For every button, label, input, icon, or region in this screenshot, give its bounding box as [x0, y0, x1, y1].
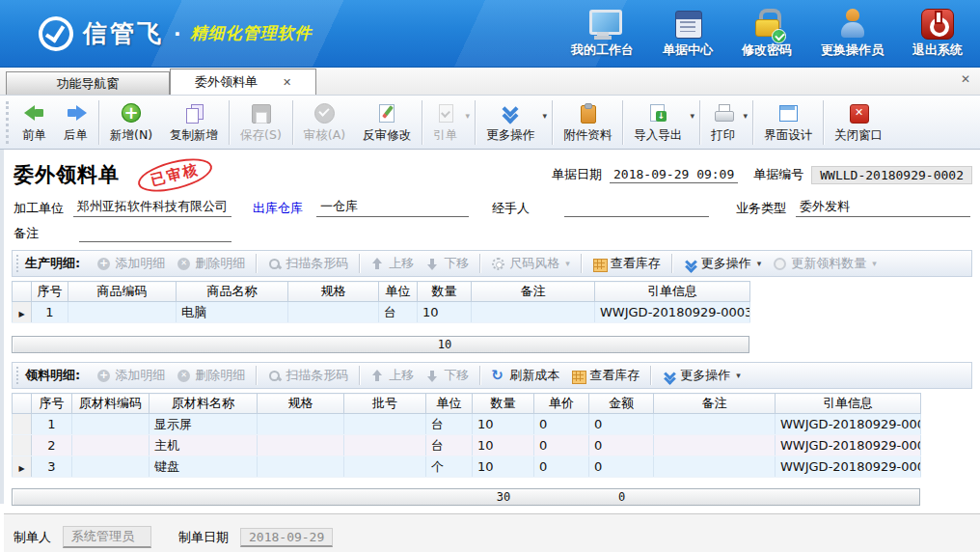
prev-doc-button[interactable]: 前单	[14, 98, 55, 147]
tab-close-icon[interactable]	[283, 76, 291, 89]
cell-seq[interactable]: 1	[32, 302, 68, 323]
row-selector-cell[interactable]	[13, 435, 32, 456]
production-more-button[interactable]: 更多操作	[678, 253, 767, 274]
cell-seq[interactable]: 1	[32, 414, 72, 435]
menu-document-center[interactable]: 单据中心	[663, 9, 713, 59]
cell-product-code[interactable]	[68, 302, 177, 323]
column-header[interactable]: 引单信息	[776, 394, 921, 414]
cell-unit[interactable]: 个	[426, 456, 473, 478]
cell-ref-doc[interactable]: WWJGD-20180929-0003	[776, 435, 921, 456]
row-selector-cell[interactable]	[13, 302, 32, 323]
column-header[interactable]: 原材料名称	[150, 394, 258, 414]
cell-batch[interactable]	[344, 435, 426, 456]
cell-unit[interactable]: 台	[379, 302, 418, 323]
column-header[interactable]: 商品名称	[177, 282, 288, 302]
save-button[interactable]: 保存(S)	[231, 98, 290, 147]
production-moveup-button[interactable]: 上移	[366, 253, 419, 274]
close-window-button[interactable]: 关闭窗口	[826, 98, 891, 147]
cell-price[interactable]: 0	[534, 414, 589, 435]
row-selector-cell[interactable]	[13, 414, 32, 435]
cell-ref-doc[interactable]: WWJGD-20180929-0003	[595, 302, 750, 323]
cell-amount[interactable]: 0	[589, 414, 654, 435]
cell-spec[interactable]	[288, 302, 379, 323]
column-header[interactable]: 序号	[32, 394, 72, 414]
import-export-button[interactable]: 导入导出	[625, 98, 697, 147]
cell-qty[interactable]: 10	[473, 435, 534, 456]
menu-my-workstation[interactable]: 我的工作台	[571, 9, 634, 59]
table-row[interactable]: 3 键盘 个 10 0 0 WWJGD-20180929-0003	[13, 456, 921, 478]
column-header[interactable]: 序号	[32, 282, 68, 302]
material-moveup-button[interactable]: 上移	[366, 365, 419, 386]
material-scan-button[interactable]: 扫描条形码	[262, 365, 353, 386]
cell-material-name[interactable]: 显示屏	[150, 414, 258, 435]
production-delete-button[interactable]: 删除明细	[172, 253, 250, 274]
production-movedown-button[interactable]: 下移	[421, 253, 474, 274]
column-header[interactable]: 备注	[654, 394, 776, 414]
print-button[interactable]: 打印	[702, 98, 750, 147]
cell-product-name[interactable]: 电脑	[177, 302, 288, 323]
tab-function-navigator[interactable]: 功能导航窗	[6, 71, 170, 95]
production-add-button[interactable]: 添加明细	[92, 253, 170, 274]
material-delete-button[interactable]: 删除明细	[172, 365, 250, 386]
copy-new-button[interactable]: 复制新增	[161, 98, 227, 147]
table-row[interactable]: 2 主机 台 10 0 0 WWJGD-20180929-0003	[13, 435, 921, 456]
tabstrip-close-icon[interactable]	[961, 72, 970, 86]
cell-unit[interactable]: 台	[426, 414, 473, 435]
processing-unit-field[interactable]: 郑州亚拓软件科技有限公司	[73, 198, 231, 217]
cell-seq[interactable]: 3	[32, 456, 72, 478]
cell-amount[interactable]: 0	[589, 435, 654, 456]
cell-seq[interactable]: 2	[32, 435, 72, 456]
cell-qty[interactable]: 10	[473, 456, 534, 478]
material-movedown-button[interactable]: 下移	[421, 365, 474, 386]
material-refresh-cost-button[interactable]: 刷新成本	[486, 365, 564, 386]
production-update-qty-button[interactable]: 更新领料数量	[768, 253, 882, 274]
handler-field[interactable]	[564, 201, 709, 217]
pull-doc-button[interactable]: 引单	[424, 98, 473, 147]
next-doc-button[interactable]: 后单	[55, 98, 96, 147]
cell-material-name[interactable]: 键盘	[150, 456, 258, 478]
production-scan-button[interactable]: 扫描条形码	[262, 253, 353, 274]
cell-ref-doc[interactable]: WWJGD-20180929-0003	[776, 456, 921, 478]
column-header[interactable]: 数量	[473, 394, 534, 414]
cell-price[interactable]: 0	[534, 456, 589, 478]
audit-button[interactable]: 审核(A)	[295, 98, 354, 147]
column-header[interactable]: 数量	[418, 282, 472, 302]
menu-change-password[interactable]: 修改密码	[742, 9, 792, 59]
cell-batch[interactable]	[344, 414, 426, 435]
cell-qty[interactable]: 10	[473, 414, 534, 435]
menu-exit-system[interactable]: 退出系统	[912, 9, 963, 59]
tab-outsource-picking[interactable]: 委外领料单	[170, 69, 316, 95]
column-header[interactable]: 规格	[288, 282, 379, 302]
column-header[interactable]: 单位	[379, 282, 418, 302]
cell-remark[interactable]	[654, 456, 776, 478]
remark-field[interactable]	[79, 226, 231, 242]
cell-remark[interactable]	[472, 302, 595, 323]
cell-qty[interactable]: 10	[418, 302, 472, 323]
doc-date-field[interactable]: 2018-09-29 09:09	[610, 167, 738, 183]
cell-material-code[interactable]	[72, 456, 150, 478]
material-view-stock-button[interactable]: 查看库存	[566, 365, 644, 386]
cell-price[interactable]: 0	[534, 435, 589, 456]
column-header[interactable]: 单价	[534, 394, 589, 414]
table-row[interactable]: 1 显示屏 台 10 0 0 WWJGD-20180929-0003	[13, 414, 921, 435]
menu-switch-operator[interactable]: 更换操作员	[821, 9, 884, 59]
material-add-button[interactable]: 添加明细	[92, 365, 170, 386]
column-header[interactable]: 批号	[344, 394, 426, 414]
cell-material-name[interactable]: 主机	[150, 435, 258, 456]
table-row[interactable]: 1 电脑 台 10 WWJGD-20180929-0003	[13, 302, 750, 323]
material-more-button[interactable]: 更多操作	[657, 365, 746, 386]
column-header[interactable]: 金额	[589, 394, 654, 414]
cell-ref-doc[interactable]: WWJGD-20180929-0003	[776, 414, 921, 435]
cell-material-code[interactable]	[72, 435, 150, 456]
cell-batch[interactable]	[344, 456, 426, 478]
production-size-style-button[interactable]: 尺码风格	[486, 253, 575, 274]
new-button[interactable]: 新增(N)	[101, 98, 161, 147]
column-header[interactable]: 单位	[426, 394, 473, 414]
outbound-warehouse-link[interactable]: 出库仓库	[253, 200, 303, 217]
column-header[interactable]: 原材料编码	[72, 394, 150, 414]
more-actions-button[interactable]: 更多操作	[477, 98, 550, 147]
cell-remark[interactable]	[654, 435, 776, 456]
cell-unit[interactable]: 台	[426, 435, 473, 456]
cell-spec[interactable]	[258, 414, 344, 435]
unaudit-button[interactable]: 反审修改	[354, 98, 420, 147]
